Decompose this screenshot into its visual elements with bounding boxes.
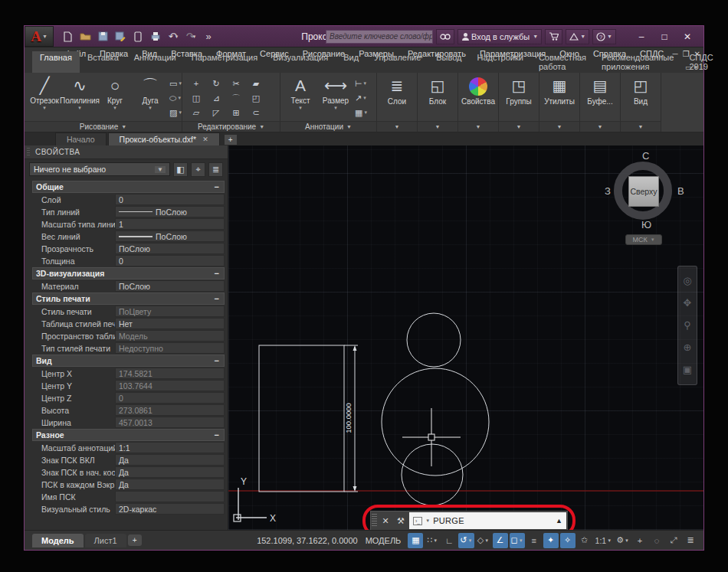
- mobile-app-button[interactable]: [130, 29, 146, 44]
- ribbon-tab[interactable]: Управление: [366, 51, 428, 73]
- save-as-button[interactable]: [113, 29, 128, 44]
- property-row[interactable]: Пространство табли... Модель: [32, 330, 225, 342]
- command-customize-icon[interactable]: ⚒: [393, 512, 408, 530]
- property-row[interactable]: ПСК в каждом Вэкр... Да: [32, 479, 225, 490]
- zoom-icon[interactable]: ⚲: [684, 320, 691, 331]
- showmotion-icon[interactable]: ▣: [683, 364, 692, 375]
- viewcube-west[interactable]: З: [605, 185, 611, 197]
- trim-tool[interactable]: ✂: [226, 76, 246, 90]
- sign-in-button[interactable]: Вход в службы▼: [457, 29, 542, 44]
- array-tool[interactable]: ⊞: [226, 105, 246, 119]
- rectangle-tool[interactable]: ▭▾: [169, 78, 182, 89]
- scale-tool[interactable]: ◸: [206, 105, 226, 119]
- fillet-tool[interactable]: ⌒: [226, 90, 246, 105]
- property-row[interactable]: Тип линий ПоСлою: [32, 206, 225, 217]
- ribbon-tab[interactable]: Параметризация: [184, 51, 265, 73]
- a360-button[interactable]: ▼: [566, 29, 589, 44]
- annotation-scale-toggle[interactable]: ✩▼: [577, 533, 592, 548]
- clean-screen[interactable]: ⤢▼: [666, 533, 681, 548]
- ribbon-collapse-button[interactable]: ▭▾: [685, 64, 697, 71]
- table-tool[interactable]: ▦▾: [355, 107, 367, 118]
- viewcube-south[interactable]: Ю: [641, 219, 651, 230]
- ribbon-tab[interactable]: Рекомендованные приложения: [594, 51, 681, 73]
- property-row[interactable]: Масштаб аннотаций 1:1: [32, 442, 225, 453]
- draw-panel-footer[interactable]: Рисование▼: [25, 121, 182, 132]
- ribbon-tab[interactable]: Вид: [336, 51, 366, 73]
- property-row[interactable]: Разное −: [32, 429, 225, 441]
- property-row[interactable]: Прозрачность ПоСлою: [32, 243, 225, 254]
- property-row[interactable]: Материал ПоСлою: [32, 280, 225, 292]
- angle-toggle[interactable]: ∠▼: [493, 533, 508, 548]
- clipboard-panel[interactable]: ▤ Буфе... ▼: [580, 73, 621, 132]
- close-tab-icon[interactable]: ✕: [202, 136, 208, 143]
- tab-layout1[interactable]: Лист1: [85, 534, 126, 547]
- drawing-canvas[interactable]: 100.0000 Y: [228, 145, 703, 530]
- ribbon-tab[interactable]: Совместная работа: [531, 51, 594, 73]
- tab-drawing[interactable]: Прокси-объекты.dxf* ✕: [108, 132, 220, 145]
- viewcube-east[interactable]: В: [677, 185, 684, 197]
- tab-start[interactable]: Начало: [55, 132, 107, 145]
- command-history-caret[interactable]: ▼: [425, 518, 430, 523]
- command-input[interactable]: ›_ ▼ PURGE ▲: [409, 512, 566, 529]
- property-row[interactable]: Общие −: [32, 181, 225, 193]
- customization-gear[interactable]: ⚙▼: [615, 533, 631, 548]
- model-space-button[interactable]: МОДЕЛЬ: [366, 536, 402, 545]
- property-row[interactable]: Знак ПСК ВКЛ Да: [32, 454, 225, 466]
- command-close-icon[interactable]: ✕: [378, 512, 393, 530]
- move-tool[interactable]: +: [186, 76, 206, 90]
- line-tool[interactable]: ╱ Отрезок ▾: [27, 74, 62, 121]
- orbit-icon[interactable]: ⊕: [684, 342, 692, 353]
- maximize-button[interactable]: □: [653, 28, 676, 45]
- explode-tool[interactable]: ◰: [246, 90, 266, 105]
- annotation-scale-dropdown[interactable]: 1:1▼: [594, 533, 614, 548]
- rotate-tool[interactable]: ↻: [206, 76, 226, 90]
- ellipse-tool[interactable]: ⬭▾: [169, 93, 182, 103]
- hatch-tool[interactable]: ▨▾: [169, 107, 182, 118]
- leader-tool[interactable]: ↗▾: [355, 93, 367, 103]
- properties-panel[interactable]: Свойства ▼: [458, 73, 499, 132]
- lineweight-toggle[interactable]: ≡▼: [526, 533, 542, 548]
- toggle-pickadd-button[interactable]: ◧: [173, 162, 188, 177]
- object-snap-toggle[interactable]: ◻▼: [510, 533, 525, 548]
- copy-tool[interactable]: ◫: [186, 90, 206, 105]
- plot-button[interactable]: [148, 29, 163, 44]
- property-row[interactable]: Центр Y 103.7644: [32, 380, 225, 391]
- property-row[interactable]: Высота 273.0861: [32, 404, 225, 416]
- block-panel[interactable]: ◱ Блок ▼: [418, 73, 458, 132]
- polyline-tool[interactable]: ∿ Полилиния ▾: [62, 74, 97, 121]
- property-row[interactable]: Центр X 174.5821: [32, 368, 225, 379]
- navigation-wheel-icon[interactable]: ◎: [683, 276, 691, 286]
- groups-panel[interactable]: ◳ Группы ▼: [499, 73, 539, 132]
- ribbon-tab[interactable]: Аннотации: [126, 51, 184, 73]
- select-objects-button[interactable]: ⌖: [191, 162, 205, 177]
- new-layout-button[interactable]: +: [128, 534, 142, 546]
- property-row[interactable]: Знак ПСК в нач. коо... Да: [32, 466, 225, 478]
- annotation-autoscale-toggle[interactable]: ✧▼: [560, 533, 576, 548]
- property-row[interactable]: Тип стилей печати Недоступно: [32, 342, 225, 354]
- property-row[interactable]: Таблица стилей печ... Нет: [32, 318, 225, 329]
- quick-select-button[interactable]: ≣: [208, 162, 223, 177]
- save-button[interactable]: [95, 29, 110, 44]
- close-button[interactable]: ✕: [676, 28, 699, 45]
- search-input[interactable]: Введите ключевое слово/фразу: [326, 30, 433, 44]
- circle-tool[interactable]: ○ Круг ▾: [97, 74, 133, 121]
- property-row[interactable]: Имя ПСК: [32, 491, 225, 502]
- view-panel[interactable]: ◰ Вид ▼: [621, 73, 661, 132]
- command-line[interactable]: ✕ ⚒ ›_ ▼ PURGE ▲: [370, 511, 568, 530]
- tab-model[interactable]: Модель: [32, 534, 84, 547]
- ribbon-tab[interactable]: Визуализация: [265, 51, 336, 73]
- isodraft-toggle[interactable]: ◇▼: [476, 533, 491, 548]
- mirror-tool[interactable]: ⊿: [206, 90, 226, 105]
- redo-button[interactable]: ↷▾: [183, 29, 198, 44]
- grid-toggle[interactable]: ▦▼: [408, 533, 423, 548]
- offset-tool[interactable]: ⊂: [246, 105, 266, 119]
- pan-icon[interactable]: ✥: [684, 298, 692, 309]
- app-store-button[interactable]: [545, 29, 562, 44]
- minimize-button[interactable]: –: [630, 28, 653, 45]
- search-button[interactable]: [436, 29, 454, 44]
- viewcube-north[interactable]: С: [642, 150, 649, 162]
- ortho-toggle[interactable]: ∟▼: [441, 533, 457, 548]
- new-file-button[interactable]: [60, 29, 75, 44]
- ribbon-tab[interactable]: Вывод: [428, 51, 469, 73]
- selection-dropdown[interactable]: Ничего не выбрано▼: [29, 162, 170, 176]
